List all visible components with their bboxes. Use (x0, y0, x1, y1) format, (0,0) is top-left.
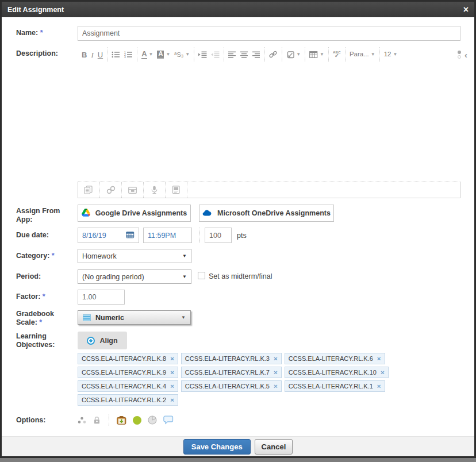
objective-tags: CCSS.ELA-LITERACY.RL.K.8× CCSS.ELA-LITER… (78, 353, 391, 406)
description-editor[interactable] (78, 64, 460, 182)
richtext-toolbar: B I U 123 A▼ A▼ ªS₃▼ ▼ ▼ (78, 46, 469, 63)
attach-audio-icon[interactable] (144, 182, 166, 198)
remove-tag-icon[interactable]: × (274, 369, 278, 376)
edit-assignment-dialog: Edit Assignment × Name: * Description: B… (0, 0, 476, 458)
bullet-list-icon[interactable] (112, 51, 120, 58)
points-suffix: pts (237, 232, 247, 240)
divider (109, 414, 109, 426)
attach-link-icon[interactable] (100, 182, 122, 198)
remove-tag-icon[interactable]: × (274, 355, 278, 362)
objective-tag: CCSS.ELA-LITERACY.RL.K.8× (78, 353, 178, 364)
paragraph-format-select[interactable]: Para...▼ (350, 51, 375, 58)
name-label: Name: * (16, 29, 71, 37)
dialog-title: Edit Assignment (7, 6, 64, 14)
table-icon[interactable]: ▼ (309, 51, 324, 58)
lock-icon[interactable] (93, 416, 101, 424)
chevron-down-icon: ▼ (181, 315, 186, 320)
background-color-icon[interactable]: A▼ (157, 51, 170, 59)
dropbox-icon[interactable] (117, 416, 126, 425)
spellcheck-icon[interactable]: ABC✓ (333, 51, 341, 59)
objective-tag: CCSS.ELA-LITERACY.RL.K.1× (285, 380, 385, 392)
remove-tag-icon[interactable]: × (274, 383, 278, 390)
onedrive-cloud-icon (202, 209, 212, 218)
description-label: Description: (16, 49, 71, 58)
gradebook-scale-dropdown[interactable]: Numeric ▼ (78, 310, 191, 325)
remove-tag-icon[interactable]: × (170, 383, 174, 390)
learning-objectives-label: Learning Objectives: (16, 332, 71, 349)
underline-icon[interactable]: U (98, 51, 103, 59)
published-status-icon[interactable] (133, 416, 141, 425)
remove-tag-icon[interactable]: × (377, 355, 381, 362)
bold-icon[interactable]: B (82, 51, 87, 59)
align-left-icon[interactable] (228, 51, 236, 58)
midterm-final-checkbox[interactable] (198, 272, 205, 279)
category-select[interactable]: Homework ▼ (78, 249, 191, 263)
svg-text:3: 3 (124, 55, 126, 58)
comments-icon[interactable] (163, 415, 174, 425)
align-right-icon[interactable] (252, 51, 260, 58)
cancel-button[interactable]: Cancel (255, 439, 293, 455)
grade-statistics-icon[interactable] (148, 415, 157, 425)
individually-assign-icon[interactable] (78, 417, 86, 424)
remove-tag-icon[interactable]: × (170, 396, 174, 403)
due-date-input[interactable]: 8/16/19 (78, 228, 139, 243)
subscript-superscript-icon[interactable]: ªS₃▼ (174, 52, 190, 58)
factor-label: Factor: * (16, 292, 71, 301)
gradebook-scale-label: Gradebook Scale: * (16, 310, 71, 327)
midterm-final-label: Set as midterm/final (209, 272, 272, 280)
link-icon[interactable] (269, 51, 278, 59)
indent-icon[interactable] (198, 51, 207, 58)
google-drive-assignments-button[interactable]: Google Drive Assignments (78, 205, 191, 222)
dialog-titlebar: Edit Assignment × (2, 2, 474, 17)
due-time-input[interactable]: 11:59PM (143, 228, 192, 243)
attach-resource-icon[interactable] (78, 182, 100, 198)
attach-file-icon[interactable] (122, 182, 144, 198)
category-label: Category: * (16, 252, 71, 260)
chevron-down-icon: ▼ (182, 253, 187, 259)
attach-embed-icon[interactable] (166, 182, 187, 198)
options-label: Options: (16, 416, 71, 425)
align-center-icon[interactable] (240, 51, 248, 58)
chevron-down-icon: ▼ (182, 274, 187, 279)
outdent-icon[interactable] (211, 51, 220, 58)
target-icon (87, 337, 95, 345)
toolbar-collapse-icon[interactable]: ‹ (465, 50, 467, 60)
numbered-list-icon[interactable]: 123 (124, 51, 133, 58)
objective-tag: CCSS.ELA-LITERACY.RL.K.9× (78, 367, 178, 378)
period-select[interactable]: (No grading period) ▼ (78, 270, 191, 284)
onedrive-assignments-button[interactable]: Microsoft OneDrive Assignments (199, 205, 334, 222)
remove-tag-icon[interactable]: × (170, 355, 174, 362)
objective-tag: CCSS.ELA-LITERACY.RL.K.10× (285, 367, 389, 378)
objective-tag: CCSS.ELA-LITERACY.RL.K.7× (181, 367, 282, 378)
period-label: Period: (16, 272, 71, 281)
save-changes-button[interactable]: Save Changes (183, 439, 251, 455)
insert-content-icon[interactable]: ▼ (286, 51, 301, 59)
scale-icon (83, 314, 91, 321)
assign-from-app-label: Assign From App: (16, 207, 71, 224)
points-input[interactable] (205, 228, 232, 243)
dialog-footer: Save Changes Cancel (2, 436, 474, 456)
options-row (78, 414, 174, 426)
remove-tag-icon[interactable]: × (170, 369, 174, 376)
name-input[interactable] (78, 26, 460, 41)
objective-tag: CCSS.ELA-LITERACY.RL.K.2× (78, 394, 178, 406)
remove-tag-icon[interactable]: × (381, 369, 385, 376)
calendar-icon[interactable] (126, 230, 135, 241)
objective-tag: CCSS.ELA-LITERACY.RL.K.4× (78, 380, 178, 392)
toolbar-page-indicator (458, 51, 461, 59)
align-button[interactable]: Align (78, 332, 127, 349)
close-icon[interactable]: × (463, 5, 469, 14)
factor-input[interactable] (78, 290, 125, 305)
objective-tag: CCSS.ELA-LITERACY.RL.K.6× (285, 353, 385, 364)
google-drive-icon (82, 209, 90, 218)
due-date-label: Due date: (16, 231, 71, 240)
divider (199, 228, 199, 243)
attachments-bar (78, 182, 460, 198)
text-color-icon[interactable]: A▼ (141, 50, 153, 59)
objective-tag: CCSS.ELA-LITERACY.RL.K.5× (181, 380, 282, 392)
objective-tag: CCSS.ELA-LITERACY.RL.K.3× (181, 353, 282, 364)
font-size-select[interactable]: 12▼ (384, 51, 398, 58)
remove-tag-icon[interactable]: × (377, 383, 381, 390)
italic-icon[interactable]: I (91, 51, 93, 59)
